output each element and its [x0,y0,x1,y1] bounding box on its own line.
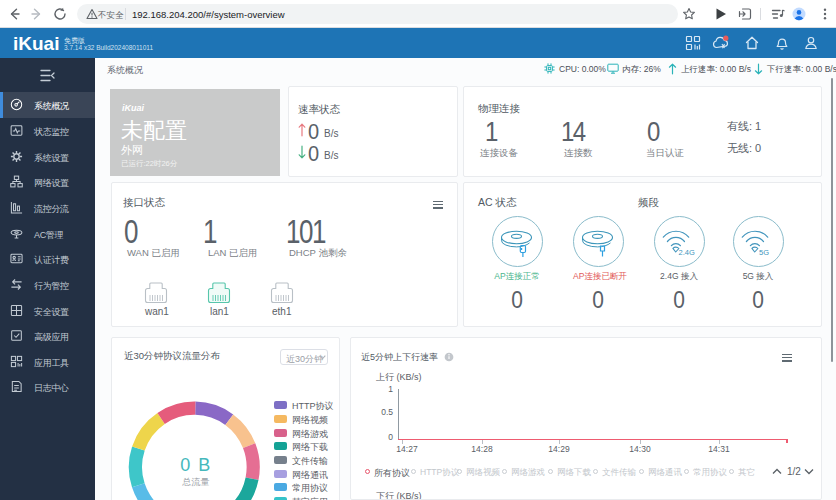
svg-text:5G: 5G [759,248,769,257]
svg-text:2.4G: 2.4G [679,248,695,257]
